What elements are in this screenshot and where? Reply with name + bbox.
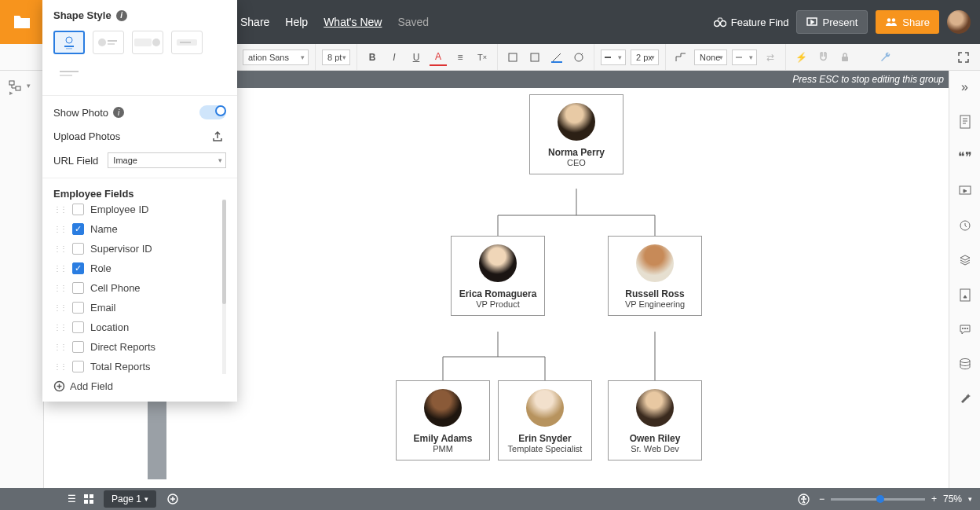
comments-icon[interactable]: ❝❞ (956, 148, 974, 165)
layers-icon[interactable] (956, 251, 974, 269)
org-card-sr-web-dev[interactable]: Owen Riley Sr. Web Dev (608, 380, 702, 460)
menu-share[interactable]: Share (240, 16, 269, 28)
font-size-select[interactable]: 8 pt (322, 50, 350, 65)
info-icon[interactable]: i (116, 10, 127, 21)
org-card-vp-engineering[interactable]: Russell Ross VP Engineering (608, 236, 702, 316)
line-width-select[interactable]: 2 px (631, 50, 659, 65)
org-card-template-specialist[interactable]: Erin Snyder Template Specialist (498, 380, 592, 460)
org-card-pmm[interactable]: Emily Adams PMM (396, 380, 490, 460)
fullscreen-button[interactable] (955, 49, 972, 66)
upload-icon[interactable] (209, 127, 226, 145)
drag-handle-icon[interactable]: ⋮⋮ (53, 284, 66, 292)
sparkle-icon[interactable] (956, 390, 974, 407)
font-select[interactable]: ation Sans (243, 50, 309, 65)
field-checkbox[interactable] (72, 204, 84, 215)
fill-button[interactable] (504, 49, 521, 66)
org-card-vp-product[interactable]: Erica Romaguera VP Product (451, 236, 545, 316)
drag-handle-icon[interactable]: ⋮⋮ (53, 205, 66, 214)
drag-handle-icon[interactable]: ⋮⋮ (53, 362, 66, 371)
canvas[interactable]: Norma Perry CEO Erica Romaguera VP Produ… (170, 88, 949, 488)
drag-handle-icon[interactable]: ⋮⋮ (53, 225, 66, 233)
chat-icon[interactable] (956, 321, 974, 338)
history-icon[interactable] (956, 217, 974, 234)
field-row[interactable]: ⋮⋮ ✓ Role (53, 259, 226, 278)
zoom-out-button[interactable]: − (819, 493, 825, 504)
avatar-icon (526, 389, 564, 427)
arrow-start-select[interactable]: None (694, 50, 727, 65)
zoom-level[interactable]: 75% (943, 493, 962, 504)
menu-help[interactable]: Help (285, 16, 308, 28)
style-card-trailing-toggle[interactable] (132, 31, 163, 54)
magic-button[interactable]: ⚡ (792, 49, 810, 66)
app-logo[interactable] (0, 0, 44, 44)
feature-find-button[interactable]: Feature Find (714, 17, 789, 28)
field-row[interactable]: ⋮⋮ Total Reports (53, 357, 226, 374)
connector-type-button[interactable] (672, 49, 689, 66)
style-card-label-only[interactable] (171, 31, 203, 54)
field-row[interactable]: ⋮⋮ Direct Reports (53, 337, 226, 357)
zoom-in-button[interactable]: + (931, 493, 937, 504)
menu-whats-new[interactable]: What's New (324, 16, 382, 28)
field-row[interactable]: ⋮⋮ Supervisor ID (53, 239, 226, 259)
arrow-end-select[interactable] (732, 50, 757, 65)
line-color-button[interactable] (548, 49, 565, 66)
add-page-button[interactable] (164, 490, 181, 508)
style-card-photo-top[interactable] (53, 31, 85, 54)
page-tab[interactable]: Page 1 ▾ (104, 490, 156, 508)
field-row[interactable]: ⋮⋮ ✓ Name (53, 219, 226, 239)
zoom-slider[interactable] (831, 498, 925, 501)
show-photo-toggle[interactable] (199, 105, 226, 119)
field-checkbox[interactable]: ✓ (72, 262, 84, 274)
drag-handle-icon[interactable]: ⋮⋮ (53, 323, 66, 332)
swap-arrows-button[interactable]: ⇄ (762, 49, 779, 66)
add-field-button[interactable]: Add Field (53, 374, 226, 392)
user-avatar[interactable] (947, 10, 971, 34)
wrench-button[interactable] (877, 49, 894, 66)
svg-point-41 (803, 496, 805, 497)
field-checkbox[interactable] (72, 361, 84, 372)
shape-options-button[interactable] (570, 49, 587, 66)
field-row[interactable]: ⋮⋮ Location (53, 317, 226, 337)
field-row[interactable]: ⋮⋮ Employee ID (53, 200, 226, 219)
collapse-right-icon[interactable]: » (956, 79, 974, 96)
org-card-ceo[interactable]: Norma Perry CEO (529, 94, 623, 174)
align-button[interactable]: ≡ (452, 49, 469, 66)
grid-view-icon[interactable] (80, 490, 97, 508)
accessibility-icon[interactable] (795, 490, 813, 508)
underline-button[interactable]: U (408, 49, 425, 66)
master-pages-icon[interactable] (956, 286, 974, 303)
field-checkbox[interactable] (72, 302, 84, 314)
style-card-photo-left[interactable] (93, 31, 124, 54)
field-checkbox[interactable]: ✓ (72, 223, 84, 235)
shapes-panel-button[interactable] (6, 77, 24, 94)
scrollbar-thumb[interactable] (222, 200, 226, 304)
present-button[interactable]: Present (796, 10, 868, 34)
field-checkbox[interactable] (72, 282, 84, 294)
line-style-select[interactable] (601, 50, 626, 65)
clear-format-button[interactable]: T× (474, 49, 491, 66)
data-icon[interactable] (956, 355, 974, 372)
drag-handle-icon[interactable]: ⋮⋮ (53, 343, 66, 351)
info-icon[interactable]: i (113, 107, 124, 118)
share-button[interactable]: Share (876, 10, 939, 34)
url-field-select[interactable]: Image (108, 152, 226, 168)
play-screen-icon (806, 17, 817, 27)
style-card-text-lines[interactable] (53, 62, 85, 86)
bold-button[interactable]: B (364, 49, 381, 66)
drag-handle-icon[interactable]: ⋮⋮ (53, 303, 66, 312)
drag-handle-icon[interactable]: ⋮⋮ (53, 244, 66, 253)
magnet-button[interactable] (814, 49, 832, 66)
list-view-icon[interactable]: ☰ (63, 490, 80, 508)
drag-handle-icon[interactable]: ⋮⋮ (53, 264, 66, 273)
border-button[interactable] (526, 49, 543, 66)
text-color-button[interactable]: A (430, 49, 447, 66)
field-checkbox[interactable] (72, 243, 84, 255)
field-checkbox[interactable] (72, 321, 84, 333)
italic-button[interactable]: I (386, 49, 403, 66)
notes-icon[interactable] (956, 113, 974, 130)
field-row[interactable]: ⋮⋮ Cell Phone (53, 278, 226, 298)
present-panel-icon[interactable] (956, 182, 974, 200)
field-row[interactable]: ⋮⋮ Email (53, 298, 226, 317)
lock-button[interactable] (836, 49, 854, 66)
field-checkbox[interactable] (72, 341, 84, 353)
